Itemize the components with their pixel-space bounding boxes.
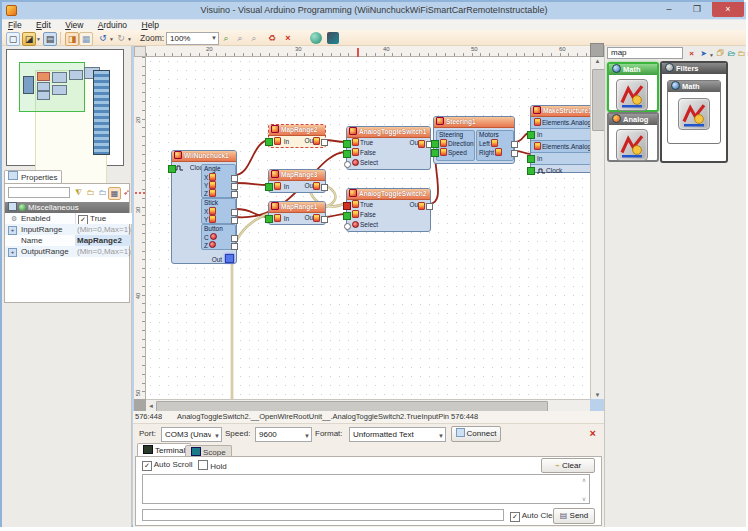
vertical-scrollbar[interactable]: ▲ ▼: [590, 57, 604, 399]
terminal-output[interactable]: ∧ ∨: [142, 474, 590, 504]
pin-speed[interactable]: [431, 149, 439, 157]
save-icon[interactable]: ▤: [43, 32, 57, 46]
minimize-button[interactable]: –: [656, 2, 682, 17]
clear-search-icon[interactable]: ×: [686, 48, 697, 59]
property-row-outputrange[interactable]: + OutputRange (Min=0,Max=1): [5, 246, 129, 257]
zoom-combo-arrow[interactable]: ▼: [211, 33, 217, 44]
pin-out-highlighted[interactable]: [225, 254, 234, 263]
grid-toggle-icon[interactable]: ▦: [79, 32, 93, 46]
redo-dropdown-icon[interactable]: ▼: [127, 36, 132, 42]
block-analogtoggleswitch1[interactable]: AnalogToggleSwitch1 True Out False Selec…: [346, 126, 431, 170]
pin-true[interactable]: [343, 140, 351, 148]
zoom-in-icon[interactable]: ⌕: [220, 32, 232, 44]
scroll-down-arrow[interactable]: ▼: [591, 392, 604, 398]
properties-search-input[interactable]: [8, 187, 70, 198]
property-row-enabled[interactable]: ⚙ Enabled ✓ True: [5, 213, 129, 224]
zoom-combobox[interactable]: 100%▼: [166, 32, 219, 45]
block-maprange1[interactable]: MapRange1 In Out: [268, 201, 326, 225]
output-scroll-down[interactable]: ∨: [580, 495, 588, 502]
pin-left[interactable]: [511, 141, 518, 148]
block-analogtoggleswitch2[interactable]: AnalogToggleSwitch2 True Out False Selec…: [346, 188, 431, 232]
tab-properties[interactable]: Properties: [4, 170, 62, 183]
zoom-reset-icon[interactable]: ⌕: [248, 32, 260, 44]
undo-icon[interactable]: ↺: [97, 32, 109, 44]
format-combobox[interactable]: Unformatted Text▼: [349, 427, 446, 442]
pin-select[interactable]: [344, 223, 351, 230]
component-tile[interactable]: [616, 79, 648, 111]
pin-select[interactable]: [344, 161, 351, 168]
open-dropdown-icon[interactable]: ▼: [36, 36, 41, 42]
block-maprange2-selected[interactable]: MapRange2 In Out: [268, 124, 326, 148]
cursor-tool-icon[interactable]: ➤: [698, 48, 709, 59]
property-group-header[interactable]: Miscellaneous: [5, 202, 129, 213]
zoom-out-icon[interactable]: ⌕: [234, 32, 246, 44]
arduino-upload-icon[interactable]: [327, 32, 339, 44]
pin-direction[interactable]: [431, 140, 439, 148]
expand-icon[interactable]: +: [8, 248, 17, 257]
build-icon[interactable]: ♻: [266, 32, 278, 44]
pin-out[interactable]: [321, 139, 328, 146]
scroll-left-arrow[interactable]: ◄: [147, 403, 155, 409]
pin-right[interactable]: [511, 150, 518, 157]
disconnect-icon[interactable]: ×: [590, 424, 596, 443]
pin-out[interactable]: [426, 203, 433, 210]
delete-icon[interactable]: ×: [282, 32, 294, 44]
pin-false[interactable]: [343, 150, 351, 158]
filter-funnel-icon[interactable]: ⧨: [73, 187, 84, 198]
expand-icon[interactable]: +: [8, 226, 17, 235]
category-view-icon[interactable]: ▦: [108, 187, 121, 200]
component-tile[interactable]: [678, 98, 710, 130]
block-wiinunchuck1[interactable]: WiiNunchuck1 Clock Angle X Y Z Stick X Y…: [171, 150, 237, 264]
name-value-field[interactable]: MapRange2: [75, 235, 131, 246]
tab-terminal[interactable]: Terminal: [137, 443, 191, 457]
filters-item-math[interactable]: Math: [667, 80, 721, 144]
pin-in1[interactable]: [527, 131, 535, 139]
pin-out[interactable]: [321, 184, 328, 191]
close-palette-icon[interactable]: ×: [744, 48, 748, 59]
filters-panel[interactable]: Filters Math: [660, 61, 728, 163]
overview-minimap[interactable]: [6, 49, 124, 166]
new-icon[interactable]: ▢: [6, 32, 20, 46]
port-combobox[interactable]: COM3 (Unav▼: [161, 427, 222, 442]
folder-collapse-icon[interactable]: 🗀: [97, 187, 108, 198]
pin-in2[interactable]: [527, 155, 535, 163]
pin-out[interactable]: [321, 216, 328, 223]
property-row-inputrange[interactable]: + InputRange (Min=0,Max=1): [5, 224, 129, 235]
speed-combobox[interactable]: 9600▼: [255, 427, 312, 442]
pin-in[interactable]: [265, 183, 273, 191]
pin-false[interactable]: [343, 212, 351, 220]
block-maprange3[interactable]: MapRange3 In Out: [268, 169, 326, 193]
pin-button-z[interactable]: [231, 243, 238, 250]
component-tile[interactable]: [616, 129, 648, 161]
palette-category-analog[interactable]: Analog: [607, 112, 659, 162]
hold-checkbox[interactable]: Hold: [198, 460, 227, 471]
maximize-button[interactable]: ❐: [684, 2, 710, 17]
pin-in[interactable]: [265, 138, 273, 146]
pin-true-drag-source[interactable]: [343, 202, 351, 210]
palette-search-input[interactable]: [607, 47, 683, 59]
pin-angle-z[interactable]: [231, 191, 238, 198]
web-icon[interactable]: [310, 32, 322, 44]
pin-clock[interactable]: [527, 167, 535, 175]
folder-expand-icon[interactable]: 🗀: [85, 187, 96, 198]
pin-toggle-icon[interactable]: ◨: [65, 32, 79, 46]
pin-stick-y[interactable]: [231, 217, 238, 224]
scroll-up-arrow[interactable]: ▲: [591, 58, 604, 64]
block-makestructure1[interactable]: MakeStructure1 Elements.Analog1 In Eleme…: [530, 105, 590, 173]
auto-scroll-checkbox[interactable]: ✓ Auto Scroll: [142, 460, 192, 471]
undo-dropdown-icon[interactable]: ▼: [109, 36, 114, 42]
redo-icon[interactable]: ↻: [115, 32, 127, 44]
send-button[interactable]: ▤ Send: [553, 508, 595, 524]
block-steering1[interactable]: Steering1 Steering Direction Speed Motor…: [433, 116, 515, 164]
design-canvas[interactable]: WiiNunchuck1 Clock Angle X Y Z Stick X Y…: [146, 57, 590, 399]
pin-panel-icon[interactable]: ➶: [121, 187, 132, 198]
horizontal-scrollbar[interactable]: ◄: [146, 399, 590, 411]
clear-button[interactable]: ⌁ Clear: [541, 458, 595, 473]
close-button[interactable]: ×: [712, 2, 744, 17]
output-scroll-up[interactable]: ∧: [580, 476, 588, 483]
cursor-tool-dropdown[interactable]: ▼: [709, 52, 714, 58]
pin-in[interactable]: [265, 215, 273, 223]
connect-button[interactable]: Connect: [451, 426, 501, 442]
open-icon[interactable]: ◪: [22, 32, 36, 46]
pin-clock[interactable]: [168, 165, 176, 173]
